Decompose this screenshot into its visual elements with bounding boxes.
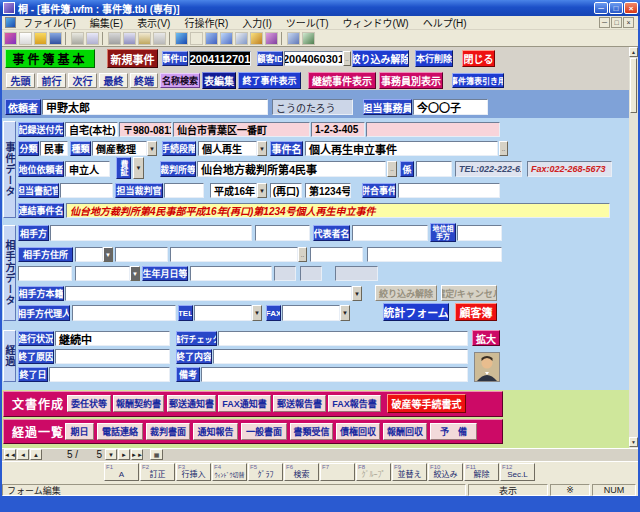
stats-form-button[interactable]: 統計フォーム <box>383 303 449 321</box>
child-minimize-icon[interactable]: ─ <box>599 17 610 28</box>
kakari-field[interactable] <box>416 161 452 177</box>
joined-case-field[interactable] <box>398 183 500 198</box>
agent-tel-dropdown-icon[interactable]: ▼ <box>252 305 262 321</box>
scroll-up-icon[interactable]: ▲ <box>629 47 638 57</box>
customer-id-spinner[interactable]: .. <box>343 51 351 66</box>
opponent-position-field[interactable] <box>457 225 502 241</box>
birthdate-field[interactable] <box>190 266 272 281</box>
progress-check-field[interactable] <box>218 331 468 346</box>
clear-filter-button[interactable]: 絞り込み解除 <box>352 50 409 67</box>
pencil-icon[interactable] <box>250 32 263 45</box>
window-icon[interactable] <box>287 32 300 45</box>
opponent-address3-field[interactable] <box>367 247 502 262</box>
closed-cases-button[interactable]: 終了事件表示 <box>238 72 301 89</box>
restore-icon[interactable]: □ <box>609 2 623 14</box>
general-doc-button[interactable]: 一般書面 <box>241 423 287 440</box>
opponent-address1-field[interactable] <box>170 247 298 262</box>
opponent-type-select[interactable] <box>75 266 130 281</box>
nav-end-button[interactable]: 終端 <box>130 73 158 88</box>
delete-row-button[interactable]: 本行削除 <box>415 50 453 67</box>
end-reason-field[interactable] <box>55 349 170 364</box>
record-next-icon[interactable]: ► <box>118 449 130 460</box>
mail-notice-button[interactable]: 郵送通知書 <box>167 395 216 412</box>
menu-edit[interactable]: 編集(E) <box>83 15 130 30</box>
opponent-clear-filter-button[interactable]: 絞り込み解除 <box>375 285 437 301</box>
representative-field[interactable] <box>352 225 428 241</box>
case-mark-field[interactable]: (再口) <box>270 183 302 198</box>
judge-field[interactable] <box>164 183 204 198</box>
nav-first-button[interactable]: 先頭 <box>6 73 35 88</box>
opponent-address-more-icon[interactable]: .. <box>298 247 307 262</box>
fkey-f11[interactable]: F11解除 <box>464 463 499 481</box>
new-icon[interactable] <box>19 32 32 45</box>
nav-last-button[interactable]: 最終 <box>99 73 128 88</box>
new-case-button[interactable]: 新規事件 <box>107 49 158 68</box>
scroll-down-icon[interactable]: ▼ <box>629 437 638 447</box>
print-icon[interactable] <box>71 32 84 45</box>
scrollbar-thumb[interactable] <box>630 58 637 113</box>
fkey-f2[interactable]: F2訂正 <box>140 463 175 481</box>
copy-icon[interactable] <box>123 32 136 45</box>
address3-field[interactable] <box>366 122 500 137</box>
end-date-field[interactable] <box>49 367 170 382</box>
help-icon[interactable] <box>302 32 315 45</box>
find-icon[interactable] <box>205 32 218 45</box>
agent-fax-dropdown-icon[interactable]: ▼ <box>340 305 350 321</box>
registry-field[interactable] <box>65 286 352 301</box>
debt-collection-button[interactable]: 債権回収 <box>336 423 380 440</box>
fkey-f9[interactable]: F9並替え <box>392 463 427 481</box>
save-icon[interactable] <box>49 32 62 45</box>
opponent-type-dropdown-icon[interactable]: ▼ <box>130 266 140 281</box>
end-detail-field[interactable] <box>213 349 468 364</box>
court-clerk-field[interactable] <box>60 183 113 198</box>
year-dropdown-icon[interactable]: ▼ <box>257 183 267 198</box>
fkey-f1[interactable]: F1A <box>104 463 139 481</box>
lookup-button[interactable]: 事件簿表引き用 <box>452 73 504 88</box>
fee-contract-button[interactable]: 報酬契約書 <box>113 395 164 412</box>
fax-notice-button[interactable]: FAX通知書 <box>218 395 271 412</box>
notice-report-button[interactable]: 通知報告 <box>193 423 238 440</box>
open-icon[interactable] <box>34 32 47 45</box>
record-last-icon[interactable]: ►► <box>131 449 143 460</box>
record-up-icon[interactable]: ▲ <box>30 449 42 460</box>
minimize-icon[interactable]: ─ <box>594 2 608 14</box>
customer-book-button[interactable]: 顧客簿 <box>455 303 497 321</box>
court-field[interactable]: 仙台地方裁判所第4民事 <box>197 161 386 177</box>
doc-received-button[interactable]: 書類受信 <box>290 423 333 440</box>
fkey-f4[interactable]: F4ｳｨﾝﾄﾞｳ切替 <box>212 463 247 481</box>
hearing-date-button[interactable]: 期日 <box>65 423 94 440</box>
zoom-icon[interactable] <box>220 32 233 45</box>
clerk-field[interactable]: 今〇〇子 <box>413 99 488 115</box>
zip-field[interactable]: 〒980-0811 <box>119 122 172 137</box>
menu-view[interactable]: 表示(V) <box>130 15 177 30</box>
nav-next-button[interactable]: 次行 <box>68 73 97 88</box>
name-search-button[interactable]: 名称検索 <box>160 73 200 88</box>
opponent-agent-field[interactable] <box>72 305 176 321</box>
year-select[interactable]: 平成16年 <box>210 183 257 198</box>
bankruptcy-forms-button[interactable]: 破産等手続書式 <box>387 394 466 413</box>
client-name-field[interactable]: 甲野太郎 <box>42 99 268 115</box>
memo-field[interactable] <box>201 367 468 382</box>
class-field[interactable]: 民事 <box>40 141 68 156</box>
fkey-f10[interactable]: F10絞込み <box>428 463 463 481</box>
opponent-kana-field[interactable] <box>255 225 310 241</box>
hisho-dropdown-icon[interactable]: ▼ <box>133 157 144 179</box>
cut-icon[interactable] <box>108 32 121 45</box>
kind-dropdown-icon[interactable]: ▼ <box>147 141 157 156</box>
kind-select[interactable]: 倒産整理 <box>92 141 147 156</box>
fkey-f6[interactable]: F6検索 <box>284 463 319 481</box>
opponent-pref-select[interactable] <box>75 247 103 262</box>
address1-field[interactable]: 仙台市青葉区一番町 <box>173 122 310 137</box>
registry-dropdown-icon[interactable]: ▼ <box>352 286 362 301</box>
linked-case-field[interactable]: 仙台地方裁判所第4民事部平成16年(再口)第1234号個人再生申立事件 <box>66 203 610 218</box>
fkey-f5[interactable]: F5ｸﾞﾗﾌ <box>248 463 283 481</box>
menu-input[interactable]: 入力(I) <box>235 15 278 30</box>
form-icon[interactable] <box>175 32 188 45</box>
court-more-icon[interactable]: .. <box>387 161 397 177</box>
opponent-extra-field[interactable] <box>18 266 72 281</box>
customer-id-value[interactable]: 2004060301 <box>284 51 343 66</box>
case-name-field[interactable]: 個人再生申立事件 <box>305 141 498 156</box>
fax-report-button[interactable]: FAX報告書 <box>328 395 381 412</box>
address2-field[interactable]: 1-2-3-405 <box>311 122 365 137</box>
expand-button[interactable]: 拡大 <box>472 330 500 346</box>
